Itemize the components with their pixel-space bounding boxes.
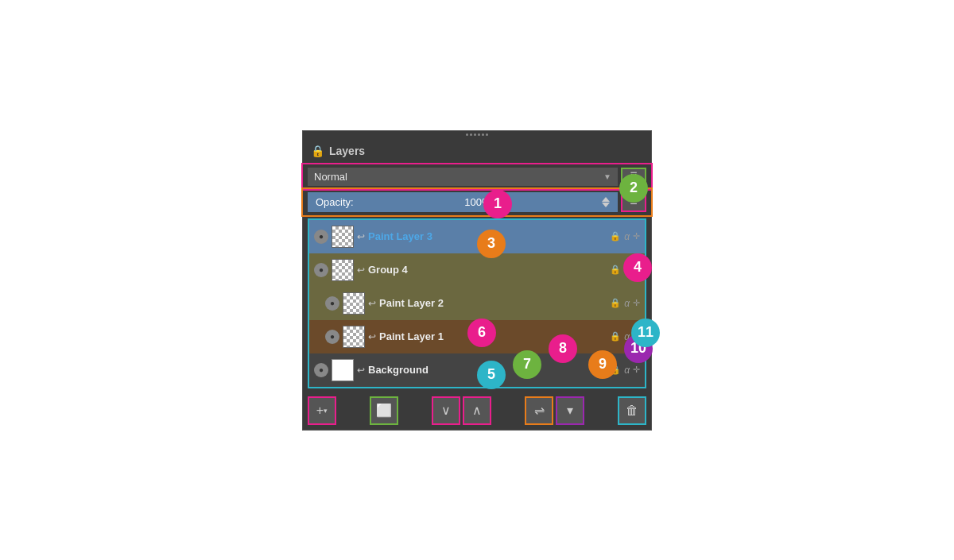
layer-item-group-4[interactable]: ● ↩ Group 4 🔒 α ⊞ <box>309 253 645 287</box>
move-up-button[interactable]: ∧ <box>463 396 491 425</box>
layer-actions-paint-layer-3: 🔒 α ✛ <box>610 231 640 242</box>
layer-settings-arrow-button[interactable]: ▾ <box>556 396 584 425</box>
settings-arrow-icon: ▾ <box>567 403 573 418</box>
add-arrow-icon: ▾ <box>324 407 328 415</box>
delete-icon: 🗑 <box>626 404 638 418</box>
panel-title: Layers <box>329 145 365 157</box>
opacity-label: Opacity: <box>316 196 354 208</box>
blend-mode-wrapper[interactable]: Normal ▼ <box>308 168 618 186</box>
opacity-down-arrow[interactable] <box>602 203 610 207</box>
add-icon: + <box>316 404 324 418</box>
layer-item-background[interactable]: ● ↩ Background 🔒 α ✛ <box>309 353 645 387</box>
group-layer-button[interactable]: ⬜ <box>370 396 398 425</box>
layer-name-paint-layer-3: Paint Layer 3 <box>368 230 607 242</box>
layer-extra-icon-pl2[interactable]: ✛ <box>633 298 640 308</box>
layer-menu-button[interactable]: ≡ <box>621 192 646 212</box>
layer-name-group-4: Group 4 <box>368 264 607 276</box>
layer-item-paint-layer-1[interactable]: ● ↩ Paint Layer 1 🔒 α ✛ <box>309 320 645 353</box>
filter-icon: ⊽ <box>630 170 638 183</box>
opacity-spinner[interactable] <box>602 197 610 207</box>
delete-layer-button[interactable]: 🗑 <box>618 396 646 425</box>
opacity-menu-row: Opacity: 100% ≡ <box>303 189 651 215</box>
layer-visibility-paint-layer-2[interactable]: ● <box>325 296 339 311</box>
filter-button[interactable]: ⊽ <box>621 168 646 186</box>
layer-type-icon-paint-layer-1: ↩ <box>368 331 376 342</box>
blend-mode-arrow: ▼ <box>603 172 611 181</box>
opacity-wrapper: Opacity: 100% <box>308 192 618 212</box>
layer-actions-group-4: 🔒 α ⊞ <box>610 265 640 276</box>
layer-item-paint-layer-3[interactable]: ● ↩ Paint Layer 3 🔒 α ✛ <box>309 220 645 253</box>
panel-header: 🔒 Layers <box>303 138 651 164</box>
layer-thumbnail-background <box>332 359 354 381</box>
move-down-icon: ∨ <box>441 403 451 418</box>
toolbar-group-delete: 🗑 <box>618 396 646 425</box>
layer-actions-paint-layer-2: 🔒 α ✛ <box>610 298 640 309</box>
layer-visibility-paint-layer-3[interactable]: ● <box>314 230 328 244</box>
opacity-value: 100% <box>464 196 491 208</box>
menu-icon: ≡ <box>630 195 637 209</box>
layer-alpha-icon[interactable]: α <box>624 231 630 242</box>
toolbar-row: + ▾ ⬜ ∨ ∧ ⇌ <box>303 392 651 430</box>
layer-visibility-group-4[interactable]: ● <box>314 263 328 277</box>
layer-type-icon-paint-layer-3: ↩ <box>357 231 365 242</box>
layer-alpha-icon-g4[interactable]: α <box>624 265 630 276</box>
layer-extra-icon-bg[interactable]: ✛ <box>633 365 640 375</box>
layer-name-paint-layer-2: Paint Layer 2 <box>379 297 607 309</box>
layer-item-paint-layer-2[interactable]: ● ↩ Paint Layer 2 🔒 α ✛ <box>309 287 645 320</box>
move-down-button[interactable]: ∨ <box>432 396 460 425</box>
blend-filter-row: Normal ▼ ⊽ <box>303 164 651 189</box>
layers-panel: 🔒 Layers Normal ▼ ⊽ Opacity: 100% <box>302 130 652 431</box>
layer-visibility-background[interactable]: ● <box>314 363 328 377</box>
layer-extra-icon-pl1[interactable]: ✛ <box>633 331 640 342</box>
opacity-up-arrow[interactable] <box>602 197 610 202</box>
toolbar-group-settings: ⇌ ▾ <box>525 396 584 425</box>
layer-visibility-paint-layer-1[interactable]: ● <box>325 330 339 344</box>
layer-settings-button[interactable]: ⇌ <box>525 396 553 425</box>
layer-alpha-icon-pl2[interactable]: α <box>624 298 630 309</box>
toolbar-group-group: ⬜ <box>370 396 398 425</box>
group-icon: ⬜ <box>376 403 392 418</box>
layer-thumbnail-paint-layer-3 <box>332 226 354 248</box>
layer-thumbnail-group-4 <box>332 259 354 281</box>
toolbar-group-add: + ▾ <box>308 396 336 425</box>
layer-lock-icon-pl1[interactable]: 🔒 <box>610 331 621 342</box>
lock-icon: 🔒 <box>311 145 324 157</box>
layer-name-paint-layer-1: Paint Layer 1 <box>379 330 607 342</box>
drag-handle <box>303 131 651 138</box>
layer-grid-icon-g4[interactable]: ⊞ <box>633 265 640 275</box>
layer-lock-icon-bg[interactable]: 🔒 <box>610 365 621 375</box>
layer-thumbnail-paint-layer-2 <box>343 292 365 315</box>
layer-type-icon-background: ↩ <box>357 365 365 376</box>
layer-name-background: Background <box>368 364 607 376</box>
blend-mode-value: Normal <box>314 171 603 183</box>
move-up-icon: ∧ <box>472 403 482 418</box>
add-layer-button[interactable]: + ▾ <box>308 396 336 425</box>
layer-type-icon-paint-layer-2: ↩ <box>368 298 376 309</box>
layers-list: ● ↩ Paint Layer 3 🔒 α ✛ ● ↩ Group 4 🔒 α <box>308 218 646 388</box>
toolbar-group-move: ∨ ∧ <box>432 396 491 425</box>
settings-icon: ⇌ <box>534 403 545 418</box>
layer-actions-paint-layer-1: 🔒 α ✛ <box>610 331 640 342</box>
layer-lock-icon[interactable]: 🔒 <box>610 231 621 241</box>
layer-alpha-icon-pl1[interactable]: α <box>624 331 630 342</box>
layer-actions-background: 🔒 α ✛ <box>610 365 640 376</box>
layer-extra-icon[interactable]: ✛ <box>633 231 640 241</box>
layer-thumbnail-paint-layer-1 <box>343 326 365 348</box>
layer-lock-icon-pl2[interactable]: 🔒 <box>610 298 621 308</box>
layer-alpha-icon-bg[interactable]: α <box>624 365 630 376</box>
layer-lock-icon-g4[interactable]: 🔒 <box>610 265 621 275</box>
layer-type-icon-group-4: ↩ <box>357 265 365 276</box>
